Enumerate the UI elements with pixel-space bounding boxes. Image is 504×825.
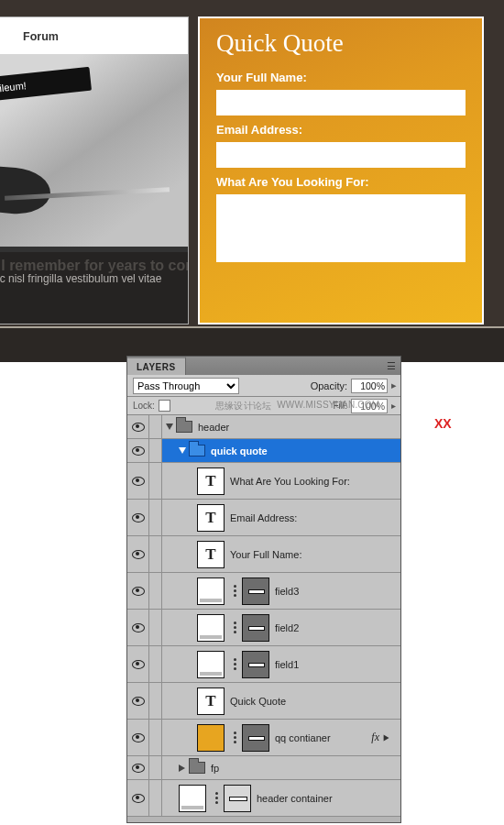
layer-qq-container[interactable]: qq contianer fx [127,720,400,756]
visibility-toggle[interactable] [132,477,145,486]
link-icon[interactable] [230,585,239,597]
folder-icon [189,445,205,456]
layer-header-container[interactable]: header container [127,780,400,817]
visibility-toggle[interactable] [132,764,145,773]
disclosure-triangle[interactable] [179,764,186,772]
layer-text-quick-quote[interactable]: Quick Quote [127,683,400,720]
nav-link-forum[interactable]: Forum [23,30,59,43]
layer-name[interactable]: header [198,422,229,433]
layer-field2[interactable]: field2 [127,610,400,646]
layer-name[interactable]: Email Address: [230,512,297,523]
visibility-toggle[interactable] [132,423,145,432]
visibility-toggle[interactable] [132,697,145,706]
label-full-name: Your Full Name: [216,71,466,84]
input-email[interactable] [216,142,466,168]
vector-mask-thumb [242,724,269,752]
visibility-toggle[interactable] [132,794,145,803]
visibility-toggle[interactable] [132,660,145,669]
visibility-toggle[interactable] [132,550,145,559]
link-icon[interactable] [230,658,239,670]
visibility-toggle[interactable] [132,733,145,742]
layer-text-full-name[interactable]: Your Full Name: [127,536,400,573]
fx-label: fx [371,731,379,744]
layer-group-header[interactable]: header [127,415,400,439]
label-looking-for: What Are You Looking For: [216,175,466,189]
layer-name[interactable]: quick quote [211,446,268,456]
layer-name[interactable]: field3 [275,586,299,597]
hero-figure [0,165,52,217]
watermark-text: 思缘设计论坛 WWW.MISSYUAN.COM [215,400,379,412]
textarea-looking-for[interactable] [216,194,466,262]
text-layer-icon [197,541,225,568]
opacity-value[interactable]: 100% [351,379,388,393]
layer-text-looking-for[interactable]: What Are You Looking For: [127,463,400,500]
text-layer-icon [197,688,225,715]
site-nav-bar: Forum [0,17,188,56]
vector-mask-thumb [242,651,269,678]
input-full-name[interactable] [216,90,466,116]
blend-opacity-row: Pass Through Opacity: 100% ▸ [127,375,400,397]
layer-name[interactable]: Quick Quote [230,696,286,707]
text-layer-icon [197,504,225,532]
visibility-toggle[interactable] [132,446,145,456]
blend-mode-select[interactable]: Pass Through [133,378,239,394]
layer-thumb [197,724,225,752]
visibility-toggle[interactable] [132,587,145,596]
caption-text: ec nisl fringilla vestibulum vel vitae [0,272,161,285]
layer-name[interactable]: field2 [275,622,299,633]
quick-quote-title: Quick Quote [216,29,466,58]
layer-field1[interactable]: field1 [127,646,400,683]
layer-name[interactable]: header container [257,793,333,804]
tab-layers[interactable]: LAYERS [127,357,186,375]
watermark-url: WWW.MISSYUAN.COM [277,400,379,412]
vector-mask-thumb [242,614,269,642]
disclosure-triangle[interactable] [179,447,186,455]
opacity-label: Opacity: [311,380,347,391]
visibility-toggle[interactable] [132,623,145,632]
panel-menu-button[interactable]: ☰ [382,357,400,375]
lock-transparency-button[interactable] [159,400,170,412]
panel-tabs: LAYERS ☰ [127,357,400,375]
folder-icon [189,762,205,774]
ghost-heading: 'll remember for years to come. [0,258,189,274]
fill-slider-icon[interactable]: ▸ [391,401,400,411]
link-icon[interactable] [230,732,239,743]
layer-group-quick-quote[interactable]: quick quote [127,439,400,463]
fx-disclosure[interactable] [384,734,390,741]
hero-preview: Forum ubileum! 'll remember for years to… [0,16,189,324]
layers-panel: LAYERS ☰ Pass Through Opacity: 100% ▸ Lo… [126,356,401,823]
folder-icon [176,421,192,433]
vector-mask-thumb [242,578,269,605]
layer-name[interactable]: Your Full Name: [230,549,301,560]
layer-thumb [197,651,225,678]
label-email: Email Address: [216,123,466,137]
layer-name[interactable]: field1 [275,659,299,670]
vector-mask-thumb [224,785,251,812]
lock-label: Lock: [133,401,155,411]
layer-thumb [197,614,225,642]
layers-list: header quick quote What Are You Looking … [127,415,400,822]
layer-name[interactable]: What Are You Looking For: [230,476,350,487]
link-icon[interactable] [230,622,239,633]
watermark-cn: 思缘设计论坛 [215,400,271,412]
disclosure-triangle[interactable] [166,424,173,431]
website-preview: Forum ubileum! 'll remember for years to… [0,0,504,362]
layer-thumb [197,578,225,605]
layer-name[interactable]: fp [211,763,219,774]
fx-indicator[interactable]: fx [371,731,393,744]
layer-text-email[interactable]: Email Address: [127,500,400,536]
link-icon[interactable] [212,792,221,804]
preview-frame: Forum ubileum! 'll remember for years to… [0,0,504,328]
layer-group-fp[interactable]: fp [127,756,400,780]
visibility-toggle[interactable] [132,513,145,522]
caption-band: 'll remember for years to come. ec nisl … [0,252,188,324]
layer-thumb [179,785,206,812]
opacity-slider-icon[interactable]: ▸ [391,380,400,391]
quick-quote-card: Quick Quote Your Full Name: Email Addres… [198,16,484,324]
text-layer-icon [197,468,225,495]
annotation-xx: XX [434,416,452,431]
layer-field3[interactable]: field3 [127,573,400,610]
layer-name[interactable]: qq contianer [275,732,331,743]
